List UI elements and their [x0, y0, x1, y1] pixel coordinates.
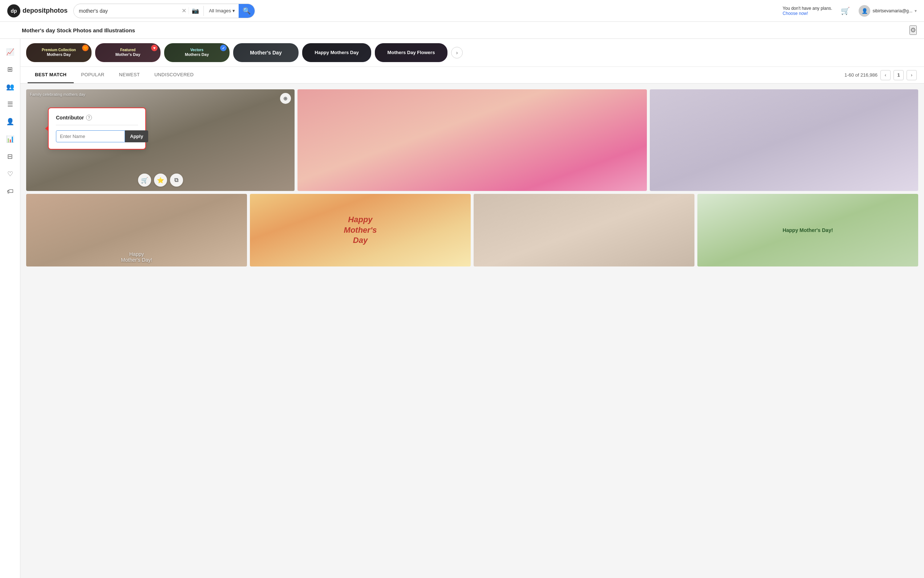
collection-tag-label: Mothers Day Flowers: [384, 50, 439, 55]
search-button[interactable]: 🔍: [239, 3, 255, 18]
sidebar-item-list[interactable]: ☰: [3, 97, 18, 112]
collection-tag-label: Premium Collection Mothers Day: [38, 48, 80, 57]
page-number: 1: [893, 70, 904, 80]
contributor-input-row: Apply: [56, 130, 138, 142]
collection-tag-label: Mother's Day: [246, 50, 285, 56]
image-label-1: Family celebrating mothers day: [30, 92, 85, 97]
sort-tabs: BEST MATCH POPULAR NEWEST UNDISCOVERED: [28, 67, 201, 83]
contributor-divider: [56, 125, 138, 125]
featured-badge: ♥: [151, 45, 158, 51]
image-label-4: HappyMother's Day!: [121, 251, 152, 263]
grid-row-bottom: HappyMother's Day! HappyMother'sDay Happ…: [26, 194, 918, 266]
image-placeholder-2: [298, 89, 646, 191]
collection-tag-vectors[interactable]: Vectors Mothers Day ✓: [164, 43, 229, 62]
avatar: 👤: [859, 5, 870, 17]
prev-icon: ‹: [885, 72, 886, 78]
grid-item-7[interactable]: Happy Mother's Day!: [697, 194, 918, 266]
camera-search-button[interactable]: 📷: [189, 7, 202, 14]
user-chevron-icon: ▾: [914, 8, 917, 13]
search-bar: ✕ 📷 All Images ▾ 🔍: [73, 3, 255, 18]
search-divider: [203, 6, 204, 16]
image-label-7: Happy Mother's Day!: [697, 194, 918, 266]
copy-button-1[interactable]: ⧉: [170, 174, 183, 187]
logo-text: depositphotos: [23, 7, 68, 15]
popup-arrow: [45, 126, 49, 132]
contributor-help-button[interactable]: ?: [86, 115, 92, 120]
grid-item-4[interactable]: HappyMother's Day!: [26, 194, 247, 266]
sidebar-item-tag[interactable]: 🏷: [3, 184, 18, 199]
search-input[interactable]: [74, 8, 179, 14]
collection-tag-flowers[interactable]: Mothers Day Flowers: [375, 43, 447, 62]
collection-tag-overlay: Vectors Mothers Day: [164, 43, 229, 62]
collection-tag-overlay: Mothers Day Flowers: [375, 43, 447, 62]
sidebar-item-chart[interactable]: 📊: [3, 132, 18, 146]
tab-newest[interactable]: NEWEST: [112, 67, 147, 83]
main-content: Premium Collection Mothers Day 🧡 Feature…: [20, 39, 924, 578]
grid-item-2[interactable]: [298, 89, 646, 191]
collection-tag-happy[interactable]: Happy Mothers Day: [302, 43, 371, 62]
tab-undiscovered[interactable]: UNDISCOVERED: [147, 67, 201, 83]
chevron-right-icon: ›: [456, 50, 458, 55]
grid-item-1[interactable]: Family celebrating mothers day ⊕ Contrib…: [26, 89, 294, 191]
sidebar-item-people[interactable]: 👥: [3, 80, 18, 94]
add-to-cart-button-1[interactable]: 🛒: [138, 174, 151, 187]
sidebar-item-table[interactable]: ⊟: [3, 149, 18, 164]
premium-badge: 🧡: [82, 45, 89, 51]
collection-tag-mothers-day[interactable]: Mother's Day: [233, 43, 299, 62]
sort-row: BEST MATCH POPULAR NEWEST UNDISCOVERED 1…: [20, 67, 924, 83]
logo-icon: dp: [7, 4, 20, 18]
collection-tag-overlay: Premium Collection Mothers Day: [26, 43, 91, 62]
image-actions-1: 🛒 ⭐ ⧉: [138, 174, 183, 187]
sidebar-item-heart[interactable]: ♡: [3, 167, 18, 181]
tab-best-match[interactable]: BEST MATCH: [28, 67, 74, 83]
search-clear-button[interactable]: ✕: [179, 7, 189, 14]
grid-item-6[interactable]: [473, 194, 695, 266]
collection-tag-overlay: Mother's Day: [233, 43, 299, 62]
image-placeholder-3: [650, 89, 918, 191]
plans-text: You don't have any plans.: [783, 6, 833, 11]
plans-cta[interactable]: Choose now!: [783, 11, 833, 16]
page-prev-button[interactable]: ‹: [880, 70, 891, 80]
contributor-apply-button[interactable]: Apply: [125, 130, 148, 142]
image-placeholder-7: Happy Mother's Day!: [697, 194, 918, 266]
vectors-badge: ✓: [220, 45, 227, 51]
collection-tag-featured[interactable]: Featured Mother's Day ♥: [95, 43, 161, 62]
sidebar-item-user[interactable]: 👤: [3, 114, 18, 129]
image-placeholder-5: HappyMother'sDay: [250, 194, 471, 266]
collection-tag-premium[interactable]: Premium Collection Mothers Day 🧡: [26, 43, 91, 62]
settings-button[interactable]: ⚙: [909, 25, 917, 35]
contributor-name-input[interactable]: [56, 130, 125, 142]
collection-tag-label: Featured Mother's Day: [112, 48, 144, 57]
page-title: Mother's day Stock Photos and Illustrati…: [22, 27, 135, 33]
contributor-title: Contributor ?: [56, 115, 138, 120]
grid-item-3[interactable]: [650, 89, 918, 191]
contributor-popup: Contributor ? Apply: [48, 107, 146, 149]
pagination-info: 1-60 of 216,986 ‹ 1 ›: [844, 70, 917, 80]
dropdown-chevron-icon: ▾: [233, 8, 235, 13]
collection-tag-overlay: Happy Mothers Day: [302, 43, 371, 62]
all-images-dropdown[interactable]: All Images ▾: [205, 8, 239, 13]
user-email: sibirtsevamaria@g...: [872, 8, 913, 13]
sidebar-item-trending[interactable]: 📈: [3, 45, 18, 59]
image-placeholder-6: [473, 194, 695, 266]
page-next-button[interactable]: ›: [906, 70, 917, 80]
layout: 📈 ⊞ 👥 ☰ 👤 📊 ⊟ ♡ 🏷 Premium Collection Mot…: [0, 39, 924, 578]
collection-next-button[interactable]: ›: [451, 47, 463, 58]
collection-tag-overlay: Featured Mother's Day: [95, 43, 161, 62]
cart-button[interactable]: 🛒: [838, 6, 853, 15]
image-placeholder-4: HappyMother's Day!: [26, 194, 247, 266]
collection-tags-row: Premium Collection Mothers Day 🧡 Feature…: [20, 39, 924, 67]
grid-row-top: Family celebrating mothers day ⊕ Contrib…: [26, 89, 918, 191]
grid-item-5[interactable]: HappyMother'sDay: [250, 194, 471, 266]
sidebar-item-grid[interactable]: ⊞: [3, 62, 18, 76]
tab-popular[interactable]: POPULAR: [74, 67, 112, 83]
plans-info: You don't have any plans. Choose now!: [783, 6, 833, 16]
add-to-favorites-button-1[interactable]: ⭐: [154, 174, 167, 187]
image-grid-area: Family celebrating mothers day ⊕ Contrib…: [20, 83, 924, 275]
user-menu[interactable]: 👤 sibirtsevamaria@g... ▾: [859, 5, 917, 17]
pagination-range: 1-60 of 216,986: [844, 72, 877, 78]
search-icon: 🔍: [242, 7, 251, 15]
logo[interactable]: dp depositphotos: [7, 4, 68, 18]
collection-tag-label: Happy Mothers Day: [311, 50, 362, 55]
sub-header: Mother's day Stock Photos and Illustrati…: [0, 22, 924, 39]
